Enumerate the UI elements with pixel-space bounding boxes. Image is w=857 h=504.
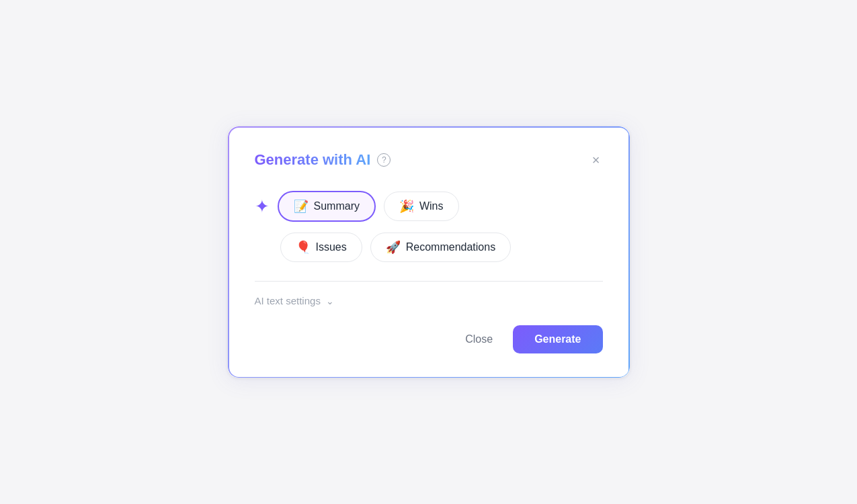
dialog-title: Generate with AI [255, 151, 371, 169]
wins-emoji: 🎉 [399, 199, 414, 214]
dialog-title-row: Generate with AI ? [255, 151, 391, 169]
wins-chip[interactable]: 🎉 Wins [384, 192, 459, 221]
help-icon[interactable]: ? [377, 153, 391, 167]
settings-label: AI text settings [255, 295, 321, 306]
generate-button[interactable]: Generate [513, 325, 602, 353]
options-row-1: ✦ 📝 Summary 🎉 Wins [255, 191, 603, 222]
recommendations-emoji: 🚀 [386, 240, 401, 255]
summary-emoji: 📝 [294, 199, 309, 214]
options-row-2: 🎈 Issues 🚀 Recommendations [255, 233, 603, 262]
issues-label: Issues [316, 241, 347, 253]
chevron-down-icon: ⌄ [326, 296, 334, 306]
recommendations-label: Recommendations [406, 241, 495, 253]
summary-chip[interactable]: 📝 Summary [278, 191, 376, 222]
ai-text-settings-row[interactable]: AI text settings ⌄ [255, 295, 603, 306]
divider [255, 281, 603, 282]
options-section: ✦ 📝 Summary 🎉 Wins 🎈 Issues 🚀 Recommenda… [255, 191, 603, 262]
wins-label: Wins [419, 200, 444, 212]
close-button[interactable]: Close [453, 327, 505, 352]
summary-label: Summary [314, 200, 360, 212]
close-icon-button[interactable]: × [589, 151, 603, 169]
dialog-header: Generate with AI ? × [255, 151, 603, 169]
recommendations-chip[interactable]: 🚀 Recommendations [370, 233, 511, 262]
sparkle-icon: ✦ [255, 196, 270, 217]
generate-ai-dialog: Generate with AI ? × ✦ 📝 Summary 🎉 Wins … [227, 126, 630, 378]
dialog-footer: Close Generate [255, 325, 603, 353]
issues-chip[interactable]: 🎈 Issues [280, 233, 362, 262]
issues-emoji: 🎈 [296, 240, 311, 255]
